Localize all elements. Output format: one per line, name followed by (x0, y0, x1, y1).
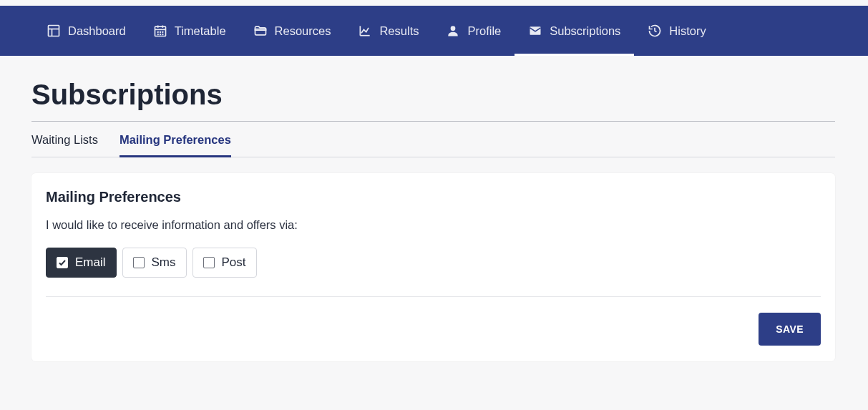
nav-label: Subscriptions (550, 24, 620, 38)
subtabs: Waiting Lists Mailing Preferences (31, 121, 835, 157)
calendar-icon (153, 24, 167, 38)
nav-label: Dashboard (68, 24, 126, 38)
tab-label: Mailing Preferences (120, 133, 231, 146)
svg-rect-0 (49, 26, 59, 36)
card-lead: I would like to receive information and … (46, 218, 821, 232)
svg-point-8 (160, 31, 160, 32)
preference-options: Email Sms Post (46, 248, 821, 278)
page-content: Subscriptions Waiting Lists Mailing Pref… (0, 56, 868, 390)
svg-point-11 (160, 34, 160, 35)
option-post[interactable]: Post (192, 248, 257, 278)
svg-point-9 (162, 31, 163, 32)
checkbox-icon (133, 257, 145, 268)
checkbox-icon (57, 257, 68, 268)
person-icon (446, 24, 460, 38)
card-title: Mailing Preferences (46, 189, 821, 205)
mail-icon (528, 24, 542, 38)
history-icon (648, 24, 662, 38)
nav-history[interactable]: History (634, 6, 719, 56)
nav-label: Results (379, 24, 419, 38)
page-title: Subscriptions (31, 79, 835, 111)
tab-mailing-preferences[interactable]: Mailing Preferences (120, 122, 231, 157)
option-sms[interactable]: Sms (122, 248, 187, 278)
tab-waiting-lists[interactable]: Waiting Lists (31, 122, 98, 157)
nav-label: History (669, 24, 706, 38)
svg-point-12 (162, 34, 163, 35)
nav-profile[interactable]: Profile (432, 6, 515, 56)
save-button[interactable]: SAVE (759, 313, 821, 346)
svg-point-7 (157, 31, 158, 32)
top-nav: Dashboard Timetable Resources Results Pr… (0, 6, 868, 56)
nav-subscriptions[interactable]: Subscriptions (515, 6, 634, 56)
option-email[interactable]: Email (46, 248, 117, 278)
svg-point-10 (157, 34, 158, 35)
chart-icon (358, 24, 372, 38)
checkbox-icon (203, 257, 215, 268)
nav-timetable[interactable]: Timetable (140, 6, 240, 56)
nav-label: Profile (467, 24, 501, 38)
folder-icon (253, 24, 268, 38)
nav-label: Resources (275, 24, 331, 38)
dashboard-icon (47, 24, 61, 38)
mailing-preferences-card: Mailing Preferences I would like to rece… (31, 173, 835, 361)
nav-dashboard[interactable]: Dashboard (33, 6, 140, 56)
card-footer: SAVE (46, 297, 821, 353)
option-label: Post (222, 255, 246, 270)
option-label: Email (75, 255, 106, 270)
nav-resources[interactable]: Resources (240, 6, 345, 56)
svg-point-15 (451, 26, 456, 31)
nav-results[interactable]: Results (344, 6, 432, 56)
tab-label: Waiting Lists (31, 133, 98, 146)
option-label: Sms (152, 255, 176, 270)
nav-label: Timetable (175, 24, 226, 38)
